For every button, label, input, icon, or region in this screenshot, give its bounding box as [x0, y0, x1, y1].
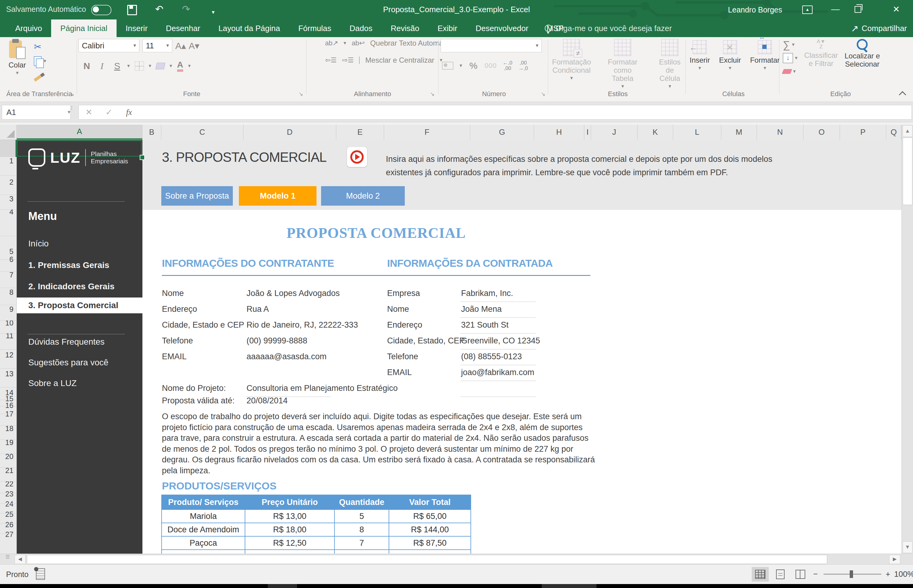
table-cell[interactable]: Mariola: [162, 509, 245, 523]
video-play-button[interactable]: [347, 147, 367, 167]
table-cell[interactable]: R$ 18,00: [245, 523, 335, 536]
tab-inserir[interactable]: Inserir: [117, 19, 157, 37]
column-header-D[interactable]: D: [243, 125, 336, 140]
formula-bar-grip[interactable]: ⁝: [71, 106, 73, 110]
minimize-button[interactable]: —: [828, 4, 843, 14]
format-cells-button[interactable]: ↔ Formatar▾: [750, 40, 780, 70]
cut-button[interactable]: ✂: [34, 41, 46, 52]
contratada-field-value-2[interactable]: 321 South St: [461, 320, 508, 330]
zoom-in-icon[interactable]: +: [885, 569, 890, 579]
row-header-8[interactable]: 8: [0, 288, 13, 297]
column-header-P[interactable]: P: [840, 125, 886, 140]
sidebar-item-2-indicadores-gerais[interactable]: 2. Indicadores Gerais: [28, 282, 115, 291]
clear-button[interactable]: ▾: [783, 66, 798, 77]
horizontal-scroll-thumb[interactable]: [27, 555, 827, 564]
row-header-17[interactable]: 17: [0, 410, 13, 418]
row-header-13[interactable]: 13: [0, 370, 13, 378]
row-header-11[interactable]: 11: [0, 331, 13, 340]
row-header-25[interactable]: 25: [0, 510, 13, 519]
sidebar-item-in-cio[interactable]: Início: [28, 239, 49, 249]
orientation-icon[interactable]: ab↗: [325, 39, 338, 47]
alignment-dialog-launcher-icon[interactable]: ↘: [430, 90, 435, 97]
zoom-level[interactable]: 100%: [894, 569, 913, 579]
row-header-4[interactable]: 4: [0, 208, 13, 216]
column-header-J[interactable]: J: [591, 125, 638, 140]
clipboard-dialog-launcher-icon[interactable]: ↘: [70, 90, 74, 97]
contratada-field-value-3[interactable]: Greenville, CO 12345: [461, 336, 540, 346]
confirm-entry-icon[interactable]: ✓: [99, 107, 119, 117]
row-header-2[interactable]: 2: [0, 178, 13, 186]
decrease-indent-icon[interactable]: ⇦☰: [325, 56, 337, 64]
select-all-corner[interactable]: [0, 125, 17, 140]
column-header-C[interactable]: C: [161, 125, 243, 140]
row-header-7[interactable]: 7: [0, 271, 13, 279]
button-sobre-a-proposta[interactable]: Sobre a Proposta: [161, 186, 233, 206]
button-modelo-2[interactable]: Modelo 2: [321, 186, 405, 206]
insert-function-icon[interactable]: fx: [119, 108, 139, 117]
column-header-O[interactable]: O: [803, 125, 840, 140]
insert-cells-button[interactable]: ← Inserir▾: [690, 40, 710, 70]
project-value-0[interactable]: Consultoria em Planejamento Estratégico: [246, 384, 398, 393]
row-header-1[interactable]: 1: [0, 157, 13, 165]
zoom-slider[interactable]: [824, 574, 881, 575]
restore-button[interactable]: [855, 6, 861, 13]
column-header-B[interactable]: B: [142, 125, 161, 140]
merge-center-label[interactable]: Mesclar e Centralizar: [365, 56, 434, 65]
table-cell[interactable]: 8: [335, 523, 389, 536]
column-header-E[interactable]: E: [336, 125, 384, 140]
row-header-26[interactable]: 26: [0, 520, 13, 529]
selection-fill-handle[interactable]: [140, 155, 145, 160]
conditional-formatting-button[interactable]: ≠ Formatação Condicional▾: [552, 39, 591, 89]
merge-center-icon[interactable]: [359, 57, 360, 64]
close-button[interactable]: ✕: [889, 4, 904, 14]
horizontal-scrollbar[interactable]: ☰ ◀ ▶: [0, 554, 913, 564]
underline-button[interactable]: S: [112, 61, 122, 71]
font-family-combo[interactable]: Calibri▾: [79, 39, 139, 52]
zoom-slider-thumb[interactable]: [850, 570, 853, 578]
row-header-16[interactable]: 16: [0, 401, 13, 410]
sidebar-item-d-vidas-frequentes[interactable]: Dúvidas Frequentes: [28, 337, 105, 347]
macro-record-icon[interactable]: [36, 568, 45, 580]
fill-color-icon[interactable]: [155, 63, 165, 69]
tab-p-gina-inicial[interactable]: Página Inicial: [51, 19, 117, 37]
column-header-F[interactable]: F: [384, 125, 470, 140]
contratada-field-value-0[interactable]: Fabrikam, Inc.: [461, 289, 513, 298]
normal-view-button[interactable]: [752, 567, 769, 582]
row-header-9[interactable]: 9: [0, 305, 13, 313]
scroll-down-icon[interactable]: ▼: [903, 541, 912, 553]
contratante-field-value-1[interactable]: Rua A: [246, 304, 269, 314]
tab-layout-da-p-gina[interactable]: Layout da Página: [209, 19, 289, 37]
page-layout-view-button[interactable]: [772, 567, 789, 582]
share-button[interactable]: ↗ Compartilhar: [851, 19, 907, 37]
table-cell[interactable]: R$ 87,50: [389, 536, 471, 550]
column-header-G[interactable]: G: [470, 125, 534, 140]
user-name[interactable]: Leandro Borges: [728, 5, 782, 14]
sidebar-item-sobre-a-luz[interactable]: Sobre a LUZ: [28, 378, 77, 388]
cell-styles-button[interactable]: Estilos de Célula▾: [654, 39, 685, 89]
copy-button[interactable]: ▾: [34, 56, 46, 66]
decrease-decimal-icon[interactable]: ,00 →,0: [518, 60, 528, 71]
tab-arquivo[interactable]: Arquivo: [6, 19, 51, 37]
contratante-field-value-3[interactable]: (00) 99999-8888: [246, 336, 308, 346]
contratante-field-value-0[interactable]: João & Lopes Advogados: [246, 289, 340, 298]
table-cell[interactable]: 5: [335, 509, 389, 523]
contratada-field-value-5[interactable]: joao@fabrikam.com: [461, 368, 534, 377]
ribbon-display-options-icon[interactable]: ▴: [802, 5, 813, 14]
row-header-5[interactable]: 5: [0, 247, 13, 256]
italic-button[interactable]: I: [97, 61, 107, 71]
table-cell[interactable]: Doce de Amendoim: [162, 523, 245, 536]
underline-caret-icon[interactable]: ▾: [127, 64, 130, 68]
row-header-27[interactable]: 27: [0, 530, 13, 539]
contratante-field-value-2[interactable]: Rio de Janeiro, RJ, 22222-333: [246, 320, 358, 330]
vertical-scroll-thumb[interactable]: [903, 137, 912, 205]
sort-filter-button[interactable]: A▼ Z Classificar e Filtrar: [805, 39, 838, 77]
tab-dados[interactable]: Dados: [340, 19, 382, 37]
format-painter-button[interactable]: [34, 71, 46, 81]
tell-me-box[interactable]: Diga-me o que você deseja fazer: [545, 19, 672, 37]
name-box-caret-icon[interactable]: ▾: [68, 110, 70, 115]
row-header-1-selected[interactable]: [0, 140, 17, 157]
font-size-combo[interactable]: 11▾: [142, 39, 172, 52]
number-dialog-launcher-icon[interactable]: ↘: [541, 90, 546, 97]
column-header-N[interactable]: N: [757, 125, 803, 140]
tab-f-rmulas[interactable]: Fórmulas: [289, 19, 340, 37]
